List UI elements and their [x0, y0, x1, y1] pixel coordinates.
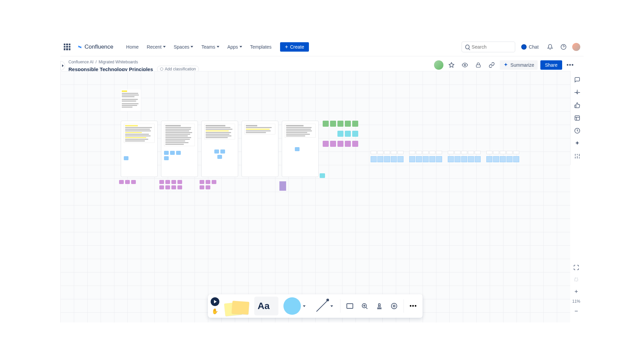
sparkle-icon	[574, 140, 580, 146]
confluence-logo[interactable]: Confluence	[74, 44, 116, 50]
whiteboard-toolbar: ✋ Aa	[208, 294, 423, 318]
share-button[interactable]: Share	[540, 60, 562, 70]
whiteboard-canvas[interactable]: ✋ Aa	[60, 71, 570, 322]
watch-button[interactable]	[460, 60, 470, 70]
sticky-note-tool[interactable]	[221, 297, 253, 315]
plus-icon: +	[285, 44, 288, 50]
breadcrumb-parent[interactable]: Migrated Whiteboards	[99, 60, 138, 64]
canvas-frame[interactable]	[201, 121, 238, 177]
text-tool[interactable]: Aa	[254, 297, 278, 315]
toolbar-divider	[404, 299, 404, 313]
search-input[interactable]	[472, 44, 512, 50]
more-actions-button[interactable]: •••	[565, 60, 576, 70]
nav-teams[interactable]: Teams	[198, 42, 222, 52]
help-icon	[560, 44, 567, 50]
svg-point-3	[464, 64, 466, 66]
collaborator-avatar[interactable]	[434, 60, 443, 70]
nav-spaces[interactable]: Spaces	[170, 42, 197, 52]
zoom-controls: + 11% −	[572, 263, 581, 316]
thumbs-up-icon	[574, 102, 580, 108]
breadcrumb-space[interactable]: Confluence AI	[68, 60, 94, 64]
svg-point-6	[378, 304, 380, 306]
line-tool[interactable]	[311, 297, 337, 315]
comments-button[interactable]	[572, 74, 583, 85]
stamp-icon	[376, 302, 383, 310]
nav-right: Chat	[462, 42, 581, 52]
stamp-tool[interactable]	[373, 299, 386, 313]
link-button[interactable]	[486, 60, 497, 70]
more-tools[interactable]: •••	[407, 299, 420, 313]
ai-chat-icon	[521, 44, 527, 50]
search-box[interactable]	[462, 42, 515, 52]
create-button[interactable]: + Create	[280, 42, 309, 52]
gear-icon	[574, 89, 580, 96]
link-icon	[390, 302, 398, 310]
smart-section-tool[interactable]	[358, 299, 371, 313]
search-icon	[465, 45, 470, 49]
nav-home[interactable]: Home	[123, 42, 142, 52]
nav-recent[interactable]: Recent	[143, 42, 169, 52]
chevron-down-icon	[303, 305, 306, 307]
sticky-cluster[interactable]	[323, 121, 358, 147]
svg-marker-2	[449, 63, 454, 67]
app-switcher-icon[interactable]	[63, 43, 71, 51]
template-icon	[574, 115, 580, 121]
clock-icon	[574, 128, 580, 134]
zoom-level[interactable]: 11%	[572, 299, 580, 304]
pointer-tool[interactable]	[211, 297, 219, 306]
chevron-down-icon	[239, 46, 242, 48]
hand-tool[interactable]: ✋	[211, 307, 219, 315]
eye-icon	[462, 62, 468, 68]
timeline-group[interactable]	[409, 151, 442, 162]
timeline-group[interactable]	[371, 151, 404, 162]
svg-rect-9	[575, 116, 580, 120]
lock-button[interactable]	[473, 60, 484, 70]
svg-rect-19	[575, 278, 578, 281]
more-icon: •••	[567, 62, 574, 69]
more-icon: •••	[410, 303, 417, 310]
chevron-down-icon	[217, 46, 219, 48]
fit-screen-button[interactable]	[572, 263, 581, 272]
timeline-group[interactable]	[448, 151, 481, 162]
breadcrumb: Confluence AI / Migrated Whiteboards	[68, 60, 199, 64]
settings-button[interactable]	[572, 87, 583, 98]
help-button[interactable]	[558, 42, 569, 52]
star-icon	[448, 62, 454, 68]
notifications-button[interactable]	[545, 42, 555, 52]
profile-avatar[interactable]	[572, 42, 581, 52]
timer-button[interactable]	[572, 125, 583, 136]
focus-icon	[573, 277, 579, 283]
frame-icon	[346, 303, 353, 309]
summarize-button[interactable]: Summarize	[500, 60, 538, 70]
zoom-out-button[interactable]: −	[572, 306, 581, 316]
link-icon	[489, 62, 495, 68]
canvas-frame[interactable]	[282, 121, 319, 177]
filter-button[interactable]	[572, 151, 583, 162]
confluence-icon	[76, 44, 83, 50]
sparkle-icon	[503, 62, 508, 68]
line-icon	[315, 299, 328, 313]
svg-rect-4	[476, 65, 480, 67]
nav-templates[interactable]: Templates	[247, 42, 275, 52]
canvas-frame[interactable]	[161, 121, 198, 177]
ai-button[interactable]	[572, 138, 583, 149]
bell-icon	[547, 44, 553, 50]
chevron-right-icon	[62, 64, 64, 67]
canvas-frame[interactable]	[121, 121, 158, 177]
zoom-in-button[interactable]: +	[572, 287, 581, 296]
timeline-group[interactable]	[486, 151, 519, 162]
chat-button[interactable]: Chat	[518, 42, 542, 52]
header-actions: Summarize Share •••	[434, 60, 576, 70]
star-button[interactable]	[446, 60, 457, 70]
focus-button[interactable]	[572, 275, 581, 284]
frame-tool[interactable]	[343, 299, 357, 313]
templates-button[interactable]	[572, 113, 583, 123]
fit-icon	[573, 264, 579, 270]
magic-icon	[361, 302, 368, 310]
reactions-button[interactable]	[572, 100, 583, 111]
nav-apps[interactable]: Apps	[224, 42, 246, 52]
canvas-note[interactable]	[121, 89, 141, 111]
shape-tool[interactable]	[280, 297, 309, 315]
link-tool[interactable]	[387, 299, 401, 313]
canvas-frame[interactable]	[241, 121, 278, 177]
